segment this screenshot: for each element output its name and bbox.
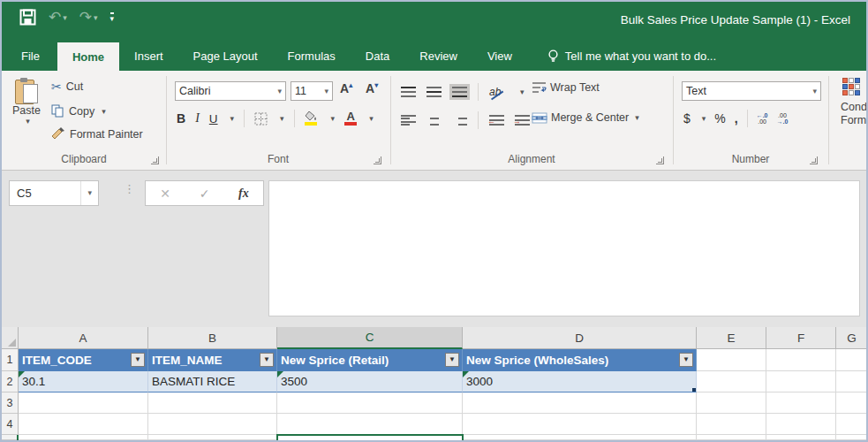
cell-C4[interactable] [277,414,463,435]
cell-F2[interactable] [766,371,836,392]
percent-button[interactable]: % [714,111,725,126]
cell-B4[interactable] [148,414,277,435]
customize-qat-button[interactable]: ▾ [110,12,115,22]
underline-button[interactable]: U [209,112,218,126]
cell-A1[interactable]: ITEM_CODE ▼ [19,349,148,371]
cell-E4[interactable] [697,414,766,435]
tab-home[interactable]: Home [57,42,119,71]
font-dialog-launcher[interactable] [374,156,381,164]
undo-button[interactable]: ↶▾ [49,10,67,25]
enter-icon[interactable]: ✓ [200,187,210,201]
number-format-combo[interactable]: Text ▾ [682,81,821,101]
underline-dropdown-icon[interactable]: ▾ [230,114,235,123]
filter-button-D[interactable]: ▼ [679,353,693,367]
redo-button[interactable]: ↷▾ [79,10,98,25]
tab-data[interactable]: Data [351,42,404,71]
orientation-dropdown-icon[interactable]: ▾ [520,88,525,96]
cell-C2[interactable]: 3500 [277,371,463,392]
cell-D2[interactable]: 3000 [463,371,697,392]
cell-E1[interactable] [697,349,766,371]
merge-center-button[interactable]: Merge & Center ▾ [532,111,639,124]
borders-dropdown-icon[interactable]: ▾ [280,114,284,123]
tab-review[interactable]: Review [404,42,472,71]
borders-button[interactable] [254,112,268,126]
cell-A3[interactable] [19,392,148,414]
cell-B1[interactable]: ITEM_NAME ▼ [148,349,277,371]
row-header-1[interactable]: 1 [2,349,19,371]
cell-G3[interactable] [836,392,868,414]
column-header-G[interactable]: G [836,327,868,349]
cell-C1[interactable]: New Sprice (Retail) ▼ [277,349,463,371]
filter-button-C[interactable]: ▼ [445,353,459,367]
number-dialog-launcher[interactable] [810,156,818,164]
cell-A2[interactable]: 30.1 [19,371,148,392]
cell-B2[interactable]: BASMATI RICE [148,371,277,392]
column-header-E[interactable]: E [697,327,766,349]
filter-button-B[interactable]: ▼ [260,353,274,367]
row-header-4[interactable]: 4 [2,414,19,435]
formula-bar-resize-handle[interactable]: ⋮ [124,182,134,195]
tab-file[interactable]: File [4,42,57,71]
cell-C3[interactable] [277,392,463,414]
currency-dropdown-icon[interactable]: ▾ [702,114,706,123]
align-center-button[interactable] [426,115,442,126]
increase-decimal-button[interactable]: ←.0.00 [757,112,768,125]
tell-me-box[interactable]: Tell me what you want to do... [548,42,716,71]
cell-A4[interactable] [19,414,148,435]
selected-cell-C5[interactable] [276,434,464,442]
column-header-F[interactable]: F [766,327,836,349]
copy-button[interactable]: Copy ▾ [51,104,106,118]
cell-G2[interactable] [836,371,868,392]
clipboard-dialog-launcher[interactable] [151,156,159,164]
align-right-button[interactable] [452,115,467,126]
fill-color-dropdown-icon[interactable]: ▾ [331,114,336,123]
align-left-button[interactable] [401,115,416,126]
tab-formulas[interactable]: Formulas [273,42,351,71]
name-box[interactable]: C5 ▾ [9,180,99,206]
font-color-dropdown-icon[interactable]: ▾ [369,114,374,123]
decrease-decimal-button[interactable]: .00→.0 [777,112,789,125]
currency-button[interactable]: $ [683,111,691,126]
alignment-dialog-launcher[interactable] [656,156,664,164]
cell-D1[interactable]: New Sprice (WholeSales) ▼ [463,349,697,371]
middle-align-button[interactable] [426,87,442,97]
save-icon[interactable] [19,9,36,26]
cell-B3[interactable] [148,392,277,414]
cell-E2[interactable] [697,371,766,392]
cell-E3[interactable] [697,392,766,414]
column-header-D[interactable]: D [463,327,697,349]
comma-button[interactable]: , [735,111,738,126]
font-size-combo[interactable]: 11 ▾ [291,81,333,101]
select-all-button[interactable] [2,327,19,349]
shrink-font-button[interactable]: A▾ [366,81,378,95]
tab-insert[interactable]: Insert [119,42,178,71]
name-box-dropdown-icon[interactable]: ▾ [80,181,98,205]
filter-button-A[interactable]: ▼ [131,353,145,367]
italic-button[interactable]: I [195,111,200,126]
cell-G1[interactable] [836,349,868,371]
font-color-button[interactable]: A [344,111,357,126]
font-name-combo[interactable]: Calibri ▾ [175,81,286,101]
tab-page-layout[interactable]: Page Layout [178,42,273,71]
top-align-button[interactable] [401,87,416,97]
tab-view[interactable]: View [472,42,527,71]
decrease-indent-button[interactable]: ← [489,115,504,126]
row-header-2[interactable]: 2 [2,371,19,392]
cell-F3[interactable] [766,392,836,414]
conditional-formatting-button[interactable]: Cond Forma [828,78,866,127]
formula-bar-input[interactable] [268,180,860,316]
cell-F1[interactable] [766,349,836,371]
column-header-B[interactable]: B [148,327,277,349]
cut-button[interactable]: ✂ Cut [51,80,83,94]
format-painter-button[interactable]: Format Painter [51,127,143,141]
bottom-align-button[interactable] [452,87,467,97]
cell-D3[interactable] [463,392,697,414]
row-header-3[interactable]: 3 [2,392,19,414]
bold-button[interactable]: B [177,111,185,126]
wrap-text-button[interactable]: Wrap Text [532,81,600,94]
insert-function-icon[interactable]: fx [238,187,249,201]
cell-D4[interactable] [463,414,697,435]
orientation-button[interactable]: ab [489,86,507,98]
cell-G4[interactable] [836,414,868,435]
grow-font-button[interactable]: A▴ [340,81,352,95]
